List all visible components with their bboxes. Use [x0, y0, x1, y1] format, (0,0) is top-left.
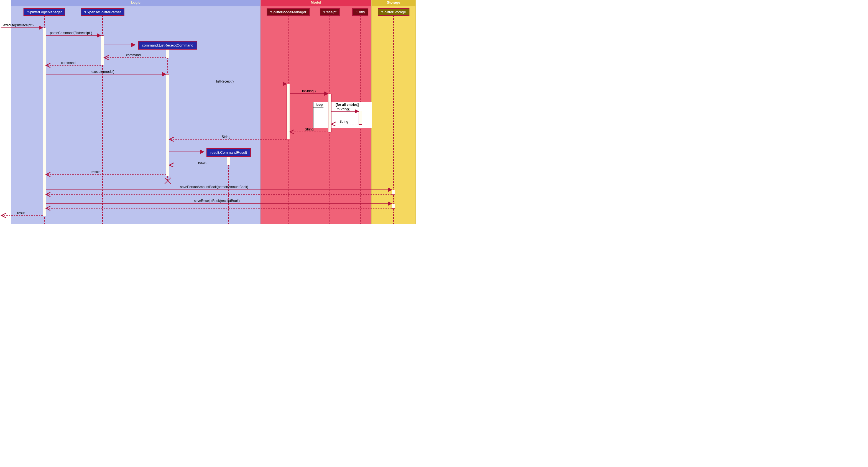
- activation-storage-2: [392, 204, 395, 208]
- activation-command-exec: [166, 74, 169, 176]
- msg-to-string-1: toString(): [302, 89, 316, 93]
- region-model-title: Model: [261, 0, 371, 6]
- participant-receipt: :Receipt: [320, 8, 340, 16]
- lifeline-result: [228, 157, 229, 224]
- msg-parse-command: parseCommand("listreceipt"): [50, 31, 92, 35]
- activation-model-manager: [286, 84, 290, 139]
- msg-to-string-2: toString(): [337, 107, 350, 111]
- activation-parser: [101, 35, 104, 65]
- msg-list-receipt: listReceipt(): [216, 79, 234, 84]
- msg-ret-command-2: command: [61, 61, 76, 65]
- activation-logic-manager: [43, 28, 46, 216]
- activation-result-ctor: [227, 157, 230, 165]
- region-logic-title: Logic: [11, 0, 260, 6]
- msg-execute-model: execute(model): [91, 70, 115, 74]
- loop-tag: loop: [313, 102, 325, 107]
- activation-command-ctor: [166, 49, 169, 58]
- loop-frame: loop [for all entries]: [313, 102, 372, 128]
- msg-final-result: result: [17, 211, 25, 215]
- region-storage-title: Storage: [372, 0, 415, 6]
- object-command-result: result:CommandResult: [207, 148, 251, 157]
- msg-ret-result-2: result: [91, 170, 99, 174]
- msg-ret-string-2: String: [305, 127, 313, 131]
- activation-entry-overlay: [359, 111, 362, 125]
- object-list-receipt-command: command:ListReceiptCommand: [138, 41, 197, 49]
- participant-entry: :Entry: [352, 8, 368, 16]
- msg-ret-string-3: String: [222, 135, 230, 139]
- participant-logic-manager: :SplitterLogicManager: [24, 8, 65, 16]
- msg-ret-command-1: command: [126, 53, 141, 57]
- msg-ret-string-1: String: [340, 120, 348, 124]
- activation-receipt-overlay: [328, 94, 332, 132]
- participant-parser: :ExpenseSplitterParser: [81, 8, 124, 16]
- region-logic: Logic: [11, 0, 260, 224]
- activation-storage-1: [392, 190, 395, 195]
- loop-condition: [for all entries]: [336, 103, 359, 107]
- msg-save-person: savePersonAmountBook(personAmountBook): [180, 185, 248, 189]
- participant-model-manager: :SplitterModelManager: [267, 8, 310, 16]
- msg-execute-init: execute("listreceipt"): [3, 23, 34, 27]
- msg-ret-result-1: result: [198, 161, 206, 165]
- sequence-diagram: Logic Model Storage :SplitterLogicManage…: [0, 0, 416, 224]
- msg-save-receipt: saveReceiptBook(receiptBook): [194, 199, 240, 203]
- participant-storage: :SplitterStorage: [378, 8, 409, 16]
